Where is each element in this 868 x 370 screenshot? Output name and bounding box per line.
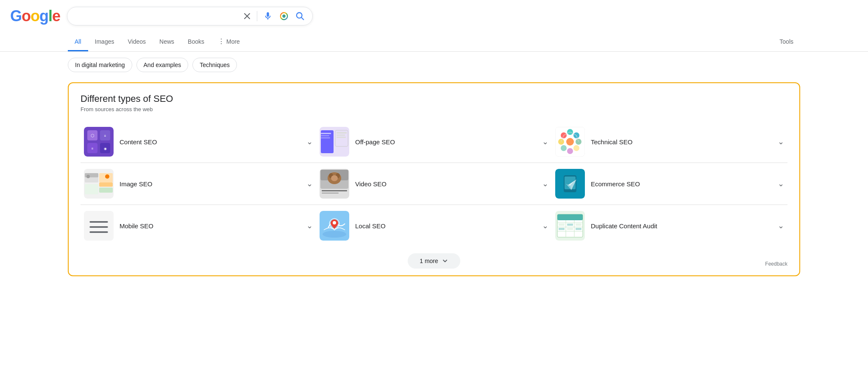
svg-point-49 [333, 221, 336, 224]
svg-point-47 [323, 231, 346, 238]
lens-icon [279, 11, 289, 21]
search-button[interactable] [295, 11, 306, 22]
google-logo: Google [10, 8, 60, 24]
more-button[interactable]: 1 more [408, 253, 460, 269]
search-input[interactable]: different types of seo [74, 12, 239, 20]
seo-item-duplicate[interactable]: Duplicate Content Audit ⌄ [552, 205, 787, 247]
seo-item-offpage[interactable]: Off-page SEO ⌄ [316, 121, 552, 163]
svg-rect-45 [322, 193, 339, 193]
svg-text:≡: ≡ [92, 147, 94, 151]
tab-news[interactable]: News [153, 33, 181, 51]
svg-text:◉: ◉ [104, 147, 107, 151]
video-seo-thumbnail [320, 169, 349, 199]
feedback-link[interactable]: Feedback [765, 261, 787, 267]
svg-rect-44 [322, 190, 347, 191]
chip-digital-marketing[interactable]: In digital marketing [68, 58, 132, 72]
mobile-seo-thumbnail [84, 211, 114, 241]
svg-text:≡: ≡ [104, 134, 106, 138]
svg-rect-77 [576, 224, 581, 226]
clear-button[interactable] [242, 11, 252, 21]
content-seo-label: Content SEO [120, 138, 300, 146]
svg-point-59 [566, 138, 574, 146]
ecommerce-seo-label: Ecommerce SEO [591, 180, 772, 188]
mobile-seo-chevron: ⌄ [306, 221, 313, 230]
svg-rect-79 [567, 228, 573, 230]
svg-rect-34 [321, 133, 331, 134]
svg-rect-35 [321, 135, 329, 136]
mic-icon [263, 11, 273, 21]
duplicate-content-label: Duplicate Content Audit [591, 222, 772, 230]
voice-search-button[interactable] [262, 11, 273, 22]
local-seo-chevron: ⌄ [542, 221, 548, 230]
tab-images[interactable]: Images [88, 33, 121, 51]
svg-line-5 [301, 17, 303, 20]
seo-column-2: Off-page SEO ⌄ [316, 121, 552, 247]
image-seo-label: Image SEO [120, 180, 300, 188]
content-seo-thumbnail: ⬡ ≡ ≡ ◉ [84, 127, 114, 157]
seo-grid: ⬡ ≡ ≡ ◉ Content SEO ⌄ [81, 121, 787, 247]
technical-seo-chevron: ⌄ [778, 137, 784, 146]
offpage-seo-chevron: ⌄ [542, 137, 548, 146]
svg-point-57 [561, 145, 567, 151]
seo-item-image[interactable]: Image SEO ⌄ [81, 163, 316, 205]
search-bar: different types of seo [67, 7, 313, 25]
header: Google different types of seo [0, 0, 868, 32]
more-button-label: 1 more [420, 258, 438, 264]
more-section: 1 more Feedback [81, 247, 787, 275]
mobile-seo-label: Mobile SEO [120, 222, 300, 230]
svg-point-22 [105, 174, 109, 179]
svg-rect-23 [99, 188, 113, 193]
content-seo-chevron: ⌄ [306, 137, 313, 146]
nav-tabs: All Images Videos News Books ⋮ More Tool… [0, 32, 868, 52]
chip-techniques[interactable]: Techniques [192, 58, 237, 72]
seo-item-video[interactable]: Video SEO ⌄ [316, 163, 552, 205]
image-seo-chevron: ⌄ [306, 179, 313, 188]
chip-examples[interactable]: And examples [136, 58, 189, 72]
svg-rect-75 [559, 224, 565, 226]
svg-point-3 [282, 14, 285, 17]
offpage-seo-label: Off-page SEO [355, 138, 536, 146]
seo-item-technical[interactable]: Technical SEO ⌄ [552, 121, 787, 163]
svg-rect-33 [337, 137, 346, 138]
video-seo-label: Video SEO [355, 180, 536, 188]
local-seo-thumbnail [320, 211, 349, 241]
svg-point-43 [331, 175, 338, 181]
svg-point-18 [86, 175, 90, 178]
svg-point-55 [573, 145, 579, 151]
tab-all[interactable]: All [68, 33, 88, 51]
seo-column-1: ⬡ ≡ ≡ ◉ Content SEO ⌄ [81, 121, 316, 247]
svg-rect-69 [557, 214, 583, 220]
seo-column-3: Technical SEO ⌄ Ec [552, 121, 787, 247]
tab-videos[interactable]: Videos [121, 33, 153, 51]
svg-rect-32 [337, 135, 345, 136]
ecommerce-seo-thumbnail [555, 169, 585, 199]
seo-item-local[interactable]: Local SEO ⌄ [316, 205, 552, 247]
image-seo-thumbnail [84, 169, 114, 199]
more-chevron-icon [442, 258, 448, 264]
more-dots-icon: ⋮ [218, 37, 225, 45]
tab-more[interactable]: ⋮ More [211, 32, 247, 52]
lens-button[interactable] [278, 11, 289, 22]
svg-rect-78 [559, 228, 565, 230]
tab-books[interactable]: Books [181, 33, 211, 51]
clear-icon [243, 12, 251, 20]
svg-rect-80 [576, 228, 581, 230]
local-seo-label: Local SEO [355, 222, 536, 230]
svg-rect-24 [84, 211, 114, 241]
featured-box: Different types of SEO From sources acro… [68, 82, 800, 276]
seo-item-content[interactable]: ⬡ ≡ ≡ ◉ Content SEO ⌄ [81, 121, 316, 163]
seo-item-ecommerce[interactable]: Ecommerce SEO ⌄ [552, 163, 787, 205]
divider [257, 11, 257, 21]
tab-tools[interactable]: Tools [773, 33, 800, 51]
featured-subtitle: From sources across the web [81, 106, 787, 112]
duplicate-content-thumbnail [555, 211, 585, 241]
seo-item-mobile[interactable]: Mobile SEO ⌄ [81, 205, 316, 247]
svg-rect-76 [567, 224, 573, 226]
svg-rect-20 [99, 182, 113, 187]
ecommerce-seo-chevron: ⌄ [778, 179, 784, 188]
offpage-seo-thumbnail [320, 127, 349, 157]
svg-rect-31 [337, 132, 347, 134]
technical-seo-thumbnail [555, 127, 585, 157]
suggestions-row: In digital marketing And examples Techni… [0, 52, 868, 78]
search-bar-icons [242, 11, 306, 22]
